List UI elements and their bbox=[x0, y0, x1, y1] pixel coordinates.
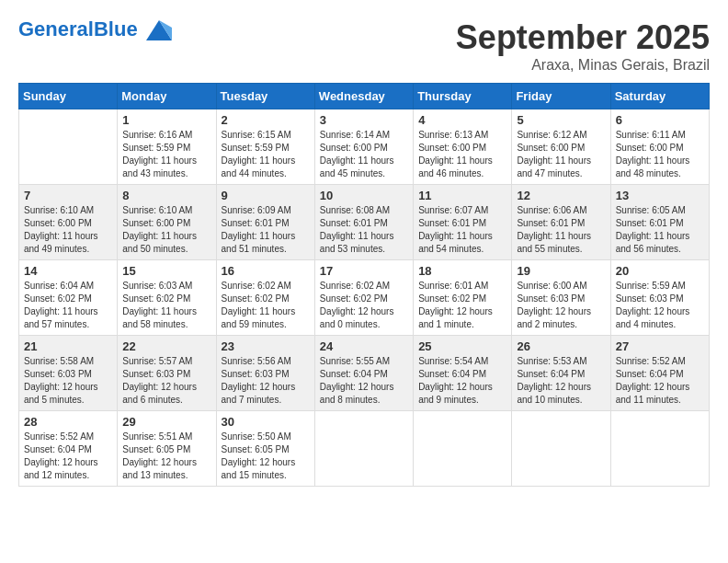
calendar-week-row: 28Sunrise: 5:52 AMSunset: 6:04 PMDayligh… bbox=[19, 411, 710, 487]
day-info: Sunrise: 5:59 AMSunset: 6:03 PMDaylight:… bbox=[616, 280, 704, 331]
day-number: 11 bbox=[418, 189, 506, 202]
calendar-cell: 28Sunrise: 5:52 AMSunset: 6:04 PMDayligh… bbox=[19, 411, 118, 487]
day-info: Sunrise: 6:07 AMSunset: 6:01 PMDaylight:… bbox=[418, 204, 506, 256]
calendar-week-row: 14Sunrise: 6:04 AMSunset: 6:02 PMDayligh… bbox=[19, 260, 710, 336]
day-info: Sunrise: 6:04 AMSunset: 6:02 PMDaylight:… bbox=[24, 280, 112, 331]
day-number: 19 bbox=[517, 264, 605, 278]
day-info: Sunrise: 6:02 AMSunset: 6:02 PMDaylight:… bbox=[222, 280, 310, 331]
calendar-week-row: 7Sunrise: 6:10 AMSunset: 6:00 PMDaylight… bbox=[19, 185, 710, 260]
day-number: 25 bbox=[418, 339, 506, 353]
calendar-cell: 9Sunrise: 6:09 AMSunset: 6:01 PMDaylight… bbox=[216, 185, 314, 260]
day-number: 5 bbox=[517, 113, 605, 127]
day-number: 23 bbox=[222, 339, 310, 353]
calendar-cell bbox=[610, 411, 709, 487]
calendar-week-row: 21Sunrise: 5:58 AMSunset: 6:03 PMDayligh… bbox=[19, 336, 710, 411]
day-info: Sunrise: 6:15 AMSunset: 5:59 PMDaylight:… bbox=[222, 129, 310, 180]
day-info: Sunrise: 6:06 AMSunset: 6:01 PMDaylight:… bbox=[517, 204, 605, 256]
logo-blue: Blue bbox=[94, 17, 138, 40]
weekday-header-friday: Friday bbox=[512, 84, 610, 109]
calendar-cell: 15Sunrise: 6:03 AMSunset: 6:02 PMDayligh… bbox=[118, 260, 216, 336]
logo-text: GeneralBlue bbox=[18, 18, 172, 40]
calendar-cell: 8Sunrise: 6:10 AMSunset: 6:00 PMDaylight… bbox=[118, 185, 216, 260]
day-info: Sunrise: 5:57 AMSunset: 6:03 PMDaylight:… bbox=[122, 355, 210, 407]
calendar-cell bbox=[19, 109, 118, 185]
calendar-cell: 18Sunrise: 6:01 AMSunset: 6:02 PMDayligh… bbox=[414, 260, 512, 336]
day-info: Sunrise: 5:52 AMSunset: 6:04 PMDaylight:… bbox=[24, 431, 112, 482]
day-info: Sunrise: 6:01 AMSunset: 6:02 PMDaylight:… bbox=[418, 280, 506, 331]
calendar-cell: 23Sunrise: 5:56 AMSunset: 6:03 PMDayligh… bbox=[216, 336, 314, 411]
calendar-cell: 19Sunrise: 6:00 AMSunset: 6:03 PMDayligh… bbox=[512, 260, 610, 336]
logo: GeneralBlue bbox=[18, 18, 172, 40]
calendar-cell: 7Sunrise: 6:10 AMSunset: 6:00 PMDaylight… bbox=[19, 185, 118, 260]
calendar-cell: 17Sunrise: 6:02 AMSunset: 6:02 PMDayligh… bbox=[314, 260, 413, 336]
logo-general: General bbox=[18, 17, 94, 40]
day-number: 16 bbox=[222, 264, 310, 278]
calendar-cell: 13Sunrise: 6:05 AMSunset: 6:01 PMDayligh… bbox=[610, 185, 709, 260]
day-number: 8 bbox=[122, 189, 210, 202]
calendar-cell: 16Sunrise: 6:02 AMSunset: 6:02 PMDayligh… bbox=[216, 260, 314, 336]
day-info: Sunrise: 6:12 AMSunset: 6:00 PMDaylight:… bbox=[517, 129, 605, 180]
day-info: Sunrise: 6:05 AMSunset: 6:01 PMDaylight:… bbox=[616, 204, 704, 256]
calendar-cell bbox=[314, 411, 413, 487]
day-number: 29 bbox=[122, 415, 210, 429]
day-number: 24 bbox=[320, 339, 408, 353]
calendar-table: SundayMondayTuesdayWednesdayThursdayFrid… bbox=[18, 83, 710, 487]
day-info: Sunrise: 6:16 AMSunset: 5:59 PMDaylight:… bbox=[122, 129, 210, 180]
day-number: 22 bbox=[122, 339, 210, 353]
page-header: GeneralBlue September 2025 Araxa, Minas … bbox=[18, 18, 710, 74]
calendar-week-row: 1Sunrise: 6:16 AMSunset: 5:59 PMDaylight… bbox=[19, 109, 710, 185]
location-text: Araxa, Minas Gerais, Brazil bbox=[456, 57, 710, 74]
day-info: Sunrise: 6:14 AMSunset: 6:00 PMDaylight:… bbox=[320, 129, 408, 180]
day-number: 21 bbox=[24, 339, 112, 353]
calendar-cell: 22Sunrise: 5:57 AMSunset: 6:03 PMDayligh… bbox=[118, 336, 216, 411]
day-info: Sunrise: 6:03 AMSunset: 6:02 PMDaylight:… bbox=[122, 280, 210, 331]
calendar-cell: 11Sunrise: 6:07 AMSunset: 6:01 PMDayligh… bbox=[414, 185, 512, 260]
weekday-header-saturday: Saturday bbox=[610, 84, 709, 109]
day-info: Sunrise: 5:52 AMSunset: 6:04 PMDaylight:… bbox=[616, 355, 704, 407]
calendar-cell bbox=[414, 411, 512, 487]
calendar-cell: 20Sunrise: 5:59 AMSunset: 6:03 PMDayligh… bbox=[610, 260, 709, 336]
calendar-cell: 2Sunrise: 6:15 AMSunset: 5:59 PMDaylight… bbox=[216, 109, 314, 185]
calendar-cell: 24Sunrise: 5:55 AMSunset: 6:04 PMDayligh… bbox=[314, 336, 413, 411]
day-info: Sunrise: 6:08 AMSunset: 6:01 PMDaylight:… bbox=[320, 204, 408, 256]
day-info: Sunrise: 5:53 AMSunset: 6:04 PMDaylight:… bbox=[517, 355, 605, 407]
calendar-cell bbox=[512, 411, 610, 487]
day-number: 17 bbox=[320, 264, 408, 278]
calendar-cell: 27Sunrise: 5:52 AMSunset: 6:04 PMDayligh… bbox=[610, 336, 709, 411]
logo-icon bbox=[146, 20, 172, 40]
calendar-cell: 4Sunrise: 6:13 AMSunset: 6:00 PMDaylight… bbox=[414, 109, 512, 185]
calendar-cell: 12Sunrise: 6:06 AMSunset: 6:01 PMDayligh… bbox=[512, 185, 610, 260]
day-info: Sunrise: 5:50 AMSunset: 6:05 PMDaylight:… bbox=[222, 431, 310, 482]
day-number: 15 bbox=[122, 264, 210, 278]
day-number: 27 bbox=[616, 339, 704, 353]
calendar-cell: 30Sunrise: 5:50 AMSunset: 6:05 PMDayligh… bbox=[216, 411, 314, 487]
calendar-cell: 10Sunrise: 6:08 AMSunset: 6:01 PMDayligh… bbox=[314, 185, 413, 260]
day-number: 14 bbox=[24, 264, 112, 278]
calendar-cell: 25Sunrise: 5:54 AMSunset: 6:04 PMDayligh… bbox=[414, 336, 512, 411]
day-number: 4 bbox=[418, 113, 506, 127]
day-info: Sunrise: 6:09 AMSunset: 6:01 PMDaylight:… bbox=[222, 204, 310, 256]
weekday-header-wednesday: Wednesday bbox=[314, 84, 413, 109]
day-number: 28 bbox=[24, 415, 112, 429]
day-info: Sunrise: 6:13 AMSunset: 6:00 PMDaylight:… bbox=[418, 129, 506, 180]
day-number: 20 bbox=[616, 264, 704, 278]
calendar-cell: 26Sunrise: 5:53 AMSunset: 6:04 PMDayligh… bbox=[512, 336, 610, 411]
day-number: 1 bbox=[122, 113, 210, 127]
day-number: 26 bbox=[517, 339, 605, 353]
month-title: September 2025 bbox=[456, 18, 710, 57]
day-number: 13 bbox=[616, 189, 704, 202]
day-info: Sunrise: 6:11 AMSunset: 6:00 PMDaylight:… bbox=[616, 129, 704, 180]
day-info: Sunrise: 5:54 AMSunset: 6:04 PMDaylight:… bbox=[418, 355, 506, 407]
day-number: 30 bbox=[222, 415, 310, 429]
day-number: 7 bbox=[24, 189, 112, 202]
calendar-cell: 6Sunrise: 6:11 AMSunset: 6:00 PMDaylight… bbox=[610, 109, 709, 185]
day-number: 18 bbox=[418, 264, 506, 278]
calendar-cell: 21Sunrise: 5:58 AMSunset: 6:03 PMDayligh… bbox=[19, 336, 118, 411]
title-block: September 2025 Araxa, Minas Gerais, Braz… bbox=[456, 18, 710, 74]
day-info: Sunrise: 6:02 AMSunset: 6:02 PMDaylight:… bbox=[320, 280, 408, 331]
calendar-cell: 29Sunrise: 5:51 AMSunset: 6:05 PMDayligh… bbox=[118, 411, 216, 487]
weekday-header-tuesday: Tuesday bbox=[216, 84, 314, 109]
day-number: 10 bbox=[320, 189, 408, 202]
weekday-header-thursday: Thursday bbox=[414, 84, 512, 109]
day-number: 12 bbox=[517, 189, 605, 202]
